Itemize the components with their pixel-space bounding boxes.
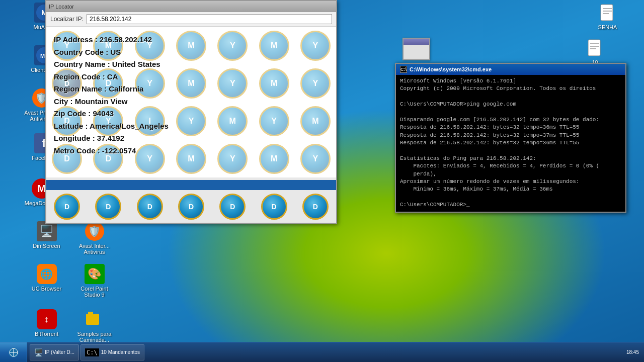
icon-label-dimscreen: DimScreen [33, 243, 60, 249]
taskbar-item-cmd[interactable]: C:\ 10 Mandamentos [80, 344, 144, 360]
cmd-content: Microsoft Windows [versão 6.1.7601] Copy… [396, 75, 625, 212]
taskbar-item-ip[interactable]: 🖥️ IP (Valter D... [30, 344, 79, 360]
metro-code-row: Metro Code : -122.0574 [54, 145, 329, 157]
svg-rect-6 [601, 5, 613, 21]
cmd-icon: C:\ [400, 66, 407, 73]
taskbar-item-ip-label: IP (Valter D... [45, 349, 74, 355]
desktop-icon-bittorrent[interactable]: ↕ BitTorrent [28, 309, 65, 337]
icon-label-senha: SENHA [598, 24, 617, 30]
toolbar-label: Localizar IP: [50, 16, 84, 23]
taskbar-item-cmd-label: 10 Mandamentos [101, 349, 140, 355]
ip-window-titlebar: IP Locator [46, 1, 336, 12]
desktop-icon-samples[interactable]: Samples para Caminada... [75, 309, 113, 343]
city-row: City : Mountain View [54, 96, 329, 108]
ip-window-title: IP Locator [49, 4, 74, 10]
ip-input[interactable] [87, 14, 332, 24]
country-code-row: Country Code : US [54, 47, 329, 58]
cmd-titlebar: C:\ C:\Windows\system32\cmd.exe [396, 64, 625, 75]
ip-address-row: IP Address : 216.58.202.142 [54, 34, 329, 46]
svg-rect-10 [588, 40, 600, 56]
ip-window-toolbar: Localizar IP: [46, 12, 336, 27]
zip-code-row: Zip Code : 94043 [54, 108, 329, 120]
ip-content-area: Y M Y M Y M Y D D Y M Y M Y D Y I Y M Y … [46, 27, 336, 177]
country-name-row: Country Name : United States [54, 59, 329, 70]
ip-bottom-tiles: D D D D D D D [46, 190, 336, 223]
taskbar-right: 18:45 [621, 349, 644, 355]
start-button[interactable] [0, 342, 27, 363]
icon-label-bittorrent: BitTorrent [35, 331, 58, 337]
desktop-icon-avast2[interactable]: 🛡️ Avast Inter... Antivirus [75, 221, 113, 255]
icon-label-uc-browser: UC Browser [32, 286, 61, 292]
icon-label-avast2: Avast Inter... Antivirus [75, 243, 113, 255]
icon-label-samples: Samples para Caminada... [75, 331, 113, 343]
small-blank-window [403, 38, 430, 60]
taskbar-items: 🖥️ IP (Valter D... C:\ 10 Mandamentos [27, 342, 621, 362]
small-blank-titlebar [404, 39, 429, 45]
desktop-icon-corel[interactable]: 🎨 Corel Paint Studio 9 [75, 264, 113, 298]
system-clock: 18:45 [626, 349, 639, 355]
latitude-row: Latitude : America/Los_Angeles [54, 121, 329, 132]
cmd-window: C:\ C:\Windows\system32\cmd.exe Microsof… [395, 63, 626, 213]
cmd-title: C:\Windows\system32\cmd.exe [410, 66, 492, 72]
longitude-row: Longitude : 37.4192 [54, 133, 329, 144]
taskbar: 🖥️ IP (Valter D... C:\ 10 Mandamentos 18… [0, 342, 644, 362]
region-code-row: Region Code : CA [54, 71, 329, 83]
desktop-icon-dimscreen[interactable]: 🖥️ DimScreen [28, 221, 65, 249]
ip-bottom-bar [46, 180, 336, 190]
ip-locator-window: IP Locator Localizar IP: Y M Y M Y M Y D… [45, 0, 337, 224]
svg-rect-4 [86, 314, 99, 325]
icon-label-corel: Corel Paint Studio 9 [75, 286, 113, 298]
desktop-icon-senha[interactable]: SENHA [589, 3, 626, 30]
ip-info-panel: IP Address : 216.58.202.142 Country Code… [51, 32, 331, 160]
svg-rect-5 [88, 312, 93, 315]
region-name-row: Region Name : California [54, 83, 329, 95]
desktop-icon-uc-browser[interactable]: 🌐 UC Browser [28, 264, 65, 292]
